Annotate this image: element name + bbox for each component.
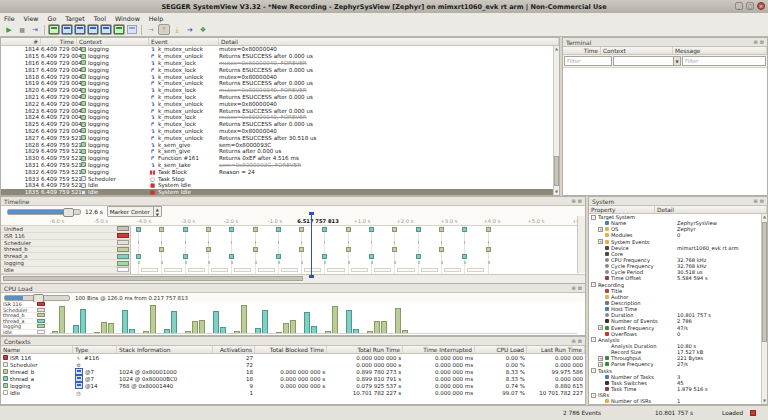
- toggle-contexts-panel-button[interactable]: [100, 24, 112, 35]
- cpuload-bar[interactable]: [276, 332, 282, 334]
- event-row[interactable]: 18176.409 729 004logging↱k_mutex_lockRet…: [1, 66, 553, 73]
- cpuload-bar[interactable]: [150, 305, 156, 333]
- context-row[interactable]: Idle◷110.701 782 227 s0.000 000 ms99.07 …: [1, 389, 585, 396]
- toggle-system-panel-button[interactable]: [113, 24, 125, 35]
- expand-icon[interactable]: +: [598, 362, 603, 367]
- cpuload-bar[interactable]: [164, 329, 170, 334]
- timeline-tracks[interactable]: UnifiedISR 116Schedulerthread_bthread_al…: [1, 226, 585, 274]
- system-table-header[interactable]: Property Detail: [589, 206, 767, 214]
- cpuload-bar[interactable]: [290, 320, 296, 334]
- cpuload-bar[interactable]: [395, 308, 401, 334]
- context-filter-select[interactable]: ▼: [613, 56, 681, 66]
- cpuload-bar[interactable]: [381, 321, 387, 333]
- open-recording-button[interactable]: ⤒: [158, 24, 170, 35]
- cpuload-bar[interactable]: [143, 331, 149, 333]
- menu-target[interactable]: Target: [65, 15, 84, 22]
- event-row[interactable]: 18226.409 729 004logging↴k_mutex_unlockm…: [1, 100, 553, 107]
- close-panel-icon[interactable]: ⊠: [760, 198, 764, 204]
- collapse-icon[interactable]: -: [591, 215, 596, 220]
- timeline-cursor-marker[interactable]: [311, 213, 312, 277]
- cpuload-bar[interactable]: [129, 329, 135, 333]
- expand-icon[interactable]: +: [598, 239, 603, 244]
- cpuload-bar[interactable]: [255, 328, 261, 333]
- collapse-icon[interactable]: -: [591, 337, 596, 342]
- cpuload-bar[interactable]: [367, 331, 373, 333]
- scroll-down-icon[interactable]: ▼: [554, 189, 559, 195]
- cpuload-bar[interactable]: [52, 331, 58, 333]
- event-row[interactable]: 18296.409 759 521logging↱k_sem_giveRetur…: [1, 148, 553, 155]
- collapse-icon[interactable]: -: [591, 393, 596, 398]
- timeline-horizontal-scrollbar[interactable]: [1, 274, 585, 283]
- cpuload-bar[interactable]: [213, 311, 219, 334]
- system-property-row[interactable]: Number of ISRs1: [589, 398, 761, 404]
- cpuload-bar[interactable]: [185, 331, 191, 333]
- close-panel-icon[interactable]: ⊠: [578, 285, 582, 291]
- events-vertical-scrollbar[interactable]: ▲ ▼: [553, 46, 559, 195]
- cpuload-bar[interactable]: [122, 310, 128, 333]
- menu-tool[interactable]: Tool: [94, 15, 106, 22]
- cpuload-bar[interactable]: [241, 305, 247, 333]
- event-row[interactable]: 18146.409 729 004logging↴k_mutex_unlockm…: [1, 46, 553, 53]
- float-panel-icon[interactable]: ⊞: [572, 198, 576, 204]
- menu-view[interactable]: View: [24, 15, 39, 22]
- event-row[interactable]: 18256.409 729 004logging↱k_mutex_lockRet…: [1, 121, 553, 128]
- toggle-terminal-panel-button[interactable]: [61, 24, 73, 35]
- cpuload-bar[interactable]: [108, 323, 114, 334]
- contexts-table-header[interactable]: NameTypeStack InformationActivationsTota…: [1, 346, 585, 354]
- stop-recording-button[interactable]: ■: [16, 24, 28, 35]
- cpuload-bar[interactable]: [262, 310, 268, 333]
- event-row[interactable]: 18276.409 759 521logging↱k_mutex_unlockR…: [1, 134, 553, 141]
- cpuload-bar[interactable]: [283, 323, 289, 334]
- cpuload-legend-idle[interactable]: Idle: [1, 330, 47, 336]
- terminal-table-header[interactable]: Time Context Message: [563, 47, 767, 55]
- contexts-panel-header[interactable]: Contexts ⊞ ⊠: [1, 337, 585, 346]
- event-row[interactable]: 18326.409 759 521logging▮▮Task BlockReas…: [1, 168, 553, 175]
- cpuload-bar[interactable]: [94, 332, 100, 334]
- expand-icon[interactable]: +: [598, 227, 603, 232]
- scroll-up-icon[interactable]: ▲: [554, 46, 559, 52]
- events-table-header[interactable]: #TimeContextEventDetail: [1, 38, 559, 46]
- event-row[interactable]: 18196.409 729 004logging↱k_mutex_unlockR…: [1, 80, 553, 87]
- cpuload-bar[interactable]: [101, 322, 107, 333]
- scroll-down-icon[interactable]: ▼: [762, 398, 767, 404]
- cpuload-bar[interactable]: [59, 306, 65, 333]
- timeline-track-area[interactable]: [131, 226, 577, 274]
- menu-go[interactable]: Go: [48, 15, 57, 22]
- goto-event-button[interactable]: →: [145, 24, 157, 35]
- toggle-cpuload-panel-button[interactable]: [87, 24, 99, 35]
- float-panel-icon[interactable]: ⊞: [754, 39, 758, 45]
- cpuload-bar[interactable]: [332, 306, 338, 333]
- event-row[interactable]: 18266.409 729 004logging↴k_mutex_unlockm…: [1, 128, 553, 135]
- system-panel-header[interactable]: System ⊞ ⊠: [589, 197, 767, 206]
- scroll-up-icon[interactable]: ▲: [762, 214, 767, 220]
- cpuload-bar[interactable]: [374, 321, 380, 333]
- start-recording-button[interactable]: ▶: [3, 24, 15, 35]
- event-row[interactable]: 18346.409 759 521Idle■System Idle: [1, 182, 553, 189]
- expand-icon[interactable]: +: [598, 356, 603, 361]
- timeline-axis[interactable]: -6.0 s-5.0 s-4.0 s-3.0 s-2.0 s-1.0 s6.51…: [1, 217, 585, 226]
- cpuload-bar[interactable]: [402, 330, 408, 333]
- cpuload-chart[interactable]: [49, 302, 577, 334]
- expand-icon[interactable]: +: [598, 325, 603, 330]
- read-recorded-data-button[interactable]: ⇥: [29, 24, 41, 35]
- event-row[interactable]: 18246.409 729 004logging↴k_mutex_lockmut…: [1, 114, 553, 121]
- plugins-button[interactable]: ❖: [197, 24, 209, 35]
- toggle-memory-panel-button[interactable]: [126, 24, 138, 35]
- menu-window[interactable]: Window: [115, 15, 140, 22]
- collapse-icon[interactable]: -: [591, 282, 596, 287]
- close-panel-icon[interactable]: ⊠: [578, 198, 582, 204]
- cpuload-bar[interactable]: [73, 325, 79, 333]
- event-row[interactable]: 18316.409 759 521logging↴k_sem_takesem=0…: [1, 162, 553, 169]
- context-row[interactable]: ISR 116ϟ#116270.000 000 000 s0.000 000 m…: [1, 354, 585, 361]
- float-panel-icon[interactable]: ⊞: [572, 285, 576, 291]
- event-row[interactable]: 18306.409 759 521logging↱Function #161Re…: [1, 155, 553, 162]
- minimize-button[interactable]: _: [735, 2, 743, 10]
- system-vertical-scrollbar[interactable]: ▲ ▼: [761, 214, 767, 404]
- cpuload-bar[interactable]: [192, 321, 198, 333]
- event-row[interactable]: 18336.409 759 521Scheduler○Task Stop: [1, 175, 553, 182]
- context-row[interactable]: logging@14768 @ 0x8000144090.000 000 000…: [1, 382, 585, 389]
- export-data-button[interactable]: ➔: [184, 24, 196, 35]
- window-titlebar[interactable]: SEGGER SystemView V3.32 - *New Recording…: [0, 0, 768, 14]
- event-row[interactable]: 18216.409 729 004logging↱k_mutex_lockRet…: [1, 94, 553, 101]
- event-row[interactable]: 18156.409 729 004logging↱k_mutex_unlockR…: [1, 53, 553, 60]
